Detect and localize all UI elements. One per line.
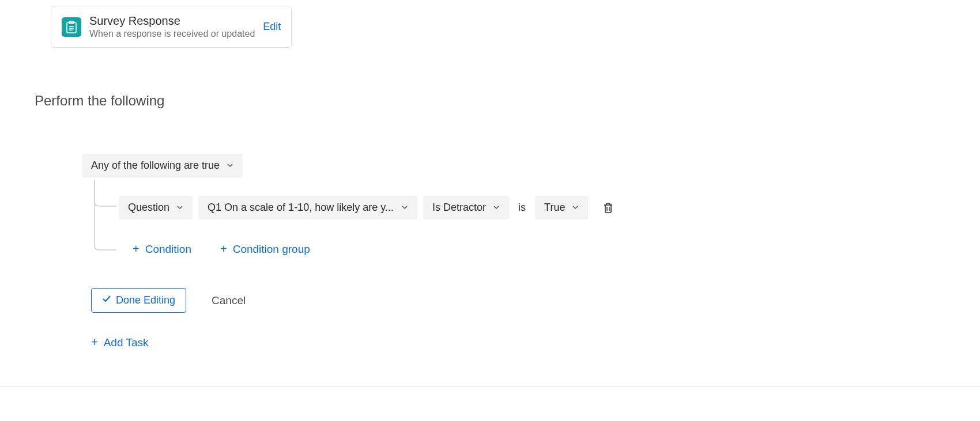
comparator-text: is [515,202,529,214]
trash-icon [603,202,613,214]
plus-icon: + [91,336,98,349]
edit-trigger-link[interactable]: Edit [263,21,281,33]
add-task-label: Add Task [104,336,149,349]
condition-question-dropdown[interactable]: Q1 On a scale of 1-10, how likely are y.… [198,196,417,219]
add-condition-button[interactable]: + Condition [133,242,191,256]
conditions-area: Any of the following are true Question Q… [82,154,980,256]
trigger-subtitle: When a response is received or updated [89,29,255,39]
add-condition-label: Condition [145,243,191,256]
done-editing-button[interactable]: Done Editing [91,288,186,313]
tree-connector [91,180,119,255]
condition-rows-wrap: Question Q1 On a scale of 1-10, how like… [96,196,980,256]
condition-row: Question Q1 On a scale of 1-10, how like… [119,196,617,219]
add-condition-group-button[interactable]: + Condition group [220,242,310,256]
action-row: Done Editing Cancel [91,288,980,313]
cancel-button[interactable]: Cancel [212,294,246,307]
condition-source-dropdown[interactable]: Question [119,196,193,219]
check-icon [102,294,111,306]
group-operator-dropdown[interactable]: Any of the following are true [82,154,243,177]
add-task-row: + Add Task [91,336,980,349]
delete-condition-button[interactable] [600,199,617,217]
trigger-title: Survey Response [89,14,255,28]
condition-source-label: Question [128,202,169,214]
condition-metric-label: Is Detractor [432,202,486,214]
condition-metric-dropdown[interactable]: Is Detractor [423,196,509,219]
group-operator-label: Any of the following are true [91,160,220,172]
trigger-text-block: Survey Response When a response is recei… [89,14,255,39]
chevron-down-icon [493,202,500,214]
section-heading: Perform the following [35,93,980,109]
condition-question-label: Q1 On a scale of 1-10, how likely are y.… [208,202,394,214]
condition-value-label: True [544,202,565,214]
chevron-down-icon [227,160,233,172]
divider [0,386,980,386]
chevron-down-icon [572,202,579,214]
trigger-card: Survey Response When a response is recei… [51,6,292,48]
plus-icon: + [220,242,227,256]
chevron-down-icon [401,202,408,214]
plus-icon: + [133,242,140,256]
add-condition-row: + Condition + Condition group [133,242,980,256]
add-task-button[interactable]: + Add Task [91,336,149,349]
chevron-down-icon [176,202,183,214]
done-editing-label: Done Editing [116,294,175,306]
clipboard-icon [62,17,81,37]
add-condition-group-label: Condition group [233,243,310,256]
condition-value-dropdown[interactable]: True [535,196,588,219]
